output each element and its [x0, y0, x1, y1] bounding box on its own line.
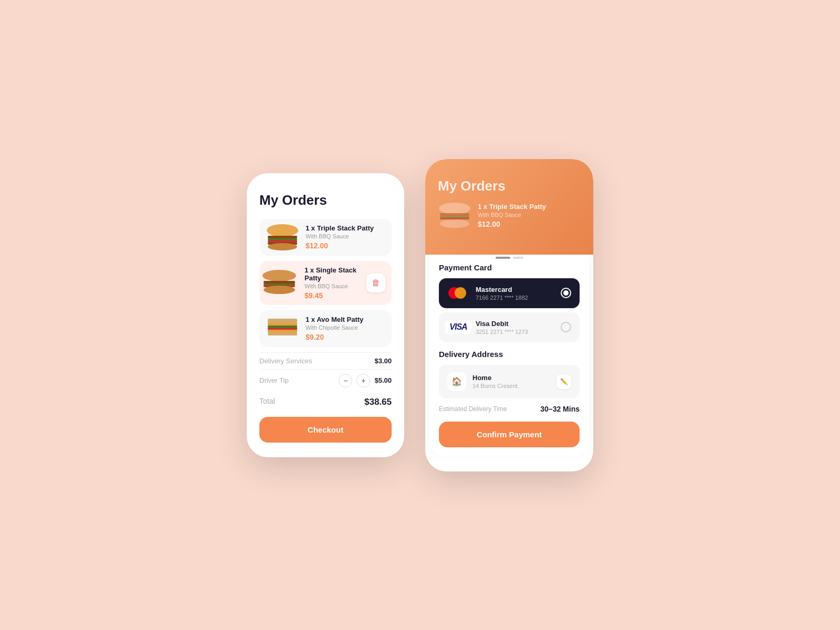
burger-image-single: [260, 270, 298, 296]
total-row: Total $38.65: [259, 392, 392, 417]
item-price-single: $9.45: [304, 291, 366, 300]
home-icon: 🏠: [447, 372, 466, 391]
white-card: Payment Card Mastercard 7166 2271 **** 1…: [429, 242, 589, 457]
svg-rect-14: [268, 328, 297, 330]
screens-container: My Orders 1 x Triple Stack Patty With BB…: [247, 159, 593, 471]
total-label: Total: [259, 397, 275, 407]
burger-image-triple: [266, 224, 299, 250]
svg-rect-12: [268, 323, 297, 326]
left-phone: My Orders 1 x Triple Stack Patty With BB…: [247, 173, 404, 457]
item-info-triple: 1 x Triple Stack Patty With BBQ Sauce $1…: [306, 224, 385, 250]
svg-rect-11: [268, 319, 297, 323]
svg-rect-13: [268, 326, 297, 328]
address-section-title: Delivery Address: [439, 350, 580, 359]
radio-inner: [563, 290, 569, 296]
svg-rect-2: [268, 238, 297, 240]
tip-value: $5.00: [374, 376, 392, 384]
delivery-value: $3.00: [374, 357, 392, 365]
item-name-single: 1 x Single Stack Patty: [304, 266, 366, 282]
item-info-avo: 1 x Avo Melt Patty With Chipotle Sauce $…: [306, 316, 385, 341]
visa-logo-text: VISA: [445, 320, 471, 334]
svg-rect-1: [268, 236, 297, 238]
item-sub-triple: With BBQ Sauce: [306, 233, 385, 239]
svg-point-0: [267, 224, 298, 237]
header-order-item: 1 x Triple Stack Patty With BBQ Sauce $1…: [438, 203, 581, 228]
mastercard-logo: [447, 286, 469, 300]
svg-point-10: [264, 286, 295, 294]
delivery-time-label: Estimated Delivery Time: [439, 405, 507, 413]
header-item-sub: With BBQ Sauce: [478, 212, 546, 218]
visa-radio[interactable]: [561, 322, 571, 332]
item-name-triple: 1 x Triple Stack Patty: [306, 224, 385, 232]
address-info: Home 14 Burns Cresent,: [472, 374, 550, 389]
order-item-triple: 1 x Triple Stack Patty With BBQ Sauce $1…: [259, 219, 392, 256]
burger-image-avo: [266, 316, 299, 342]
mc-yellow-circle: [455, 287, 466, 299]
address-card[interactable]: 🏠 Home 14 Burns Cresent, ✏️: [439, 365, 580, 398]
delivery-label: Delivery Services: [259, 357, 312, 365]
order-item-single-wrapper: 1 x Single Stack Patty With BBQ Sauce $9…: [259, 261, 392, 305]
svg-rect-19: [440, 216, 469, 217]
visa-logo: VISA: [447, 320, 469, 334]
tip-controls: − + $5.00: [339, 374, 392, 387]
delivery-time-value: 30–32 Mins: [540, 405, 580, 413]
svg-rect-8: [264, 284, 295, 285]
visa-number: 3251 2271 **** 1273: [476, 329, 554, 335]
tip-decrease-button[interactable]: −: [339, 374, 352, 387]
mastercard-number: 7166 2271 **** 1882: [476, 295, 554, 301]
svg-rect-20: [440, 217, 469, 219]
payment-section-title: Payment Card: [439, 263, 580, 272]
mastercard-name: Mastercard: [476, 286, 554, 293]
tip-label: Driver Tip: [259, 376, 289, 384]
scroll-dot-active: [496, 257, 510, 259]
item-info-single: 1 x Single Stack Patty With BBQ Sauce $9…: [304, 266, 366, 300]
checkout-button[interactable]: Checkout: [259, 417, 392, 443]
delete-button[interactable]: 🗑: [366, 274, 385, 292]
total-value: $38.65: [364, 397, 392, 407]
header-item-name: 1 x Triple Stack Patty: [478, 203, 546, 211]
svg-point-17: [439, 203, 470, 214]
svg-rect-15: [268, 330, 297, 332]
item-sub-avo: With Chipotle Sauce: [306, 324, 385, 331]
item-price-avo: $9.20: [306, 333, 385, 341]
header-item-price: $12.00: [478, 220, 546, 228]
item-price-triple: $12.00: [306, 242, 385, 250]
edit-icon[interactable]: ✏️: [556, 374, 571, 389]
confirm-payment-button[interactable]: Confirm Payment: [439, 422, 580, 447]
mastercard-info: Mastercard 7166 2271 **** 1882: [476, 286, 554, 301]
delivery-row: Delivery Services $3.00: [259, 352, 392, 369]
svg-point-21: [440, 219, 469, 228]
svg-point-5: [268, 243, 297, 250]
svg-rect-7: [264, 281, 295, 284]
visa-info: Visa Debit 3251 2271 **** 1273: [476, 320, 554, 335]
header-item-info: 1 x Triple Stack Patty With BBQ Sauce $1…: [478, 203, 546, 228]
delivery-time-row: Estimated Delivery Time 30–32 Mins: [439, 398, 580, 419]
right-phone: My Orders 1 x Triple Stack Patty With BB…: [425, 159, 593, 471]
order-item-single: 1 x Single Stack Patty With BBQ Sauce $9…: [259, 261, 392, 305]
order-item-avo: 1 x Avo Melt Patty With Chipotle Sauce $…: [259, 310, 392, 347]
orange-header: My Orders 1 x Triple Stack Patty With BB…: [425, 159, 593, 255]
item-sub-single: With BBQ Sauce: [304, 283, 366, 289]
tip-row: Driver Tip − + $5.00: [259, 369, 392, 392]
address-street: 14 Burns Cresent,: [472, 383, 550, 389]
svg-rect-3: [268, 240, 297, 243]
payment-card-mastercard[interactable]: Mastercard 7166 2271 **** 1882: [439, 278, 580, 308]
mastercard-radio[interactable]: [561, 288, 571, 298]
svg-point-6: [262, 270, 296, 281]
tip-increase-button[interactable]: +: [356, 374, 370, 387]
address-name: Home: [472, 374, 550, 382]
right-title: My Orders: [438, 178, 581, 194]
header-burger-image: [438, 203, 471, 228]
scroll-dot: [513, 257, 523, 259]
visa-text: VISA: [449, 322, 467, 331]
item-name-avo: 1 x Avo Melt Patty: [306, 316, 385, 323]
svg-rect-18: [440, 213, 469, 216]
payment-card-visa[interactable]: VISA Visa Debit 3251 2271 **** 1273: [439, 312, 580, 342]
mastercard-circles: [448, 287, 468, 299]
svg-rect-16: [268, 332, 297, 335]
visa-name: Visa Debit: [476, 320, 554, 328]
left-title: My Orders: [259, 192, 392, 208]
